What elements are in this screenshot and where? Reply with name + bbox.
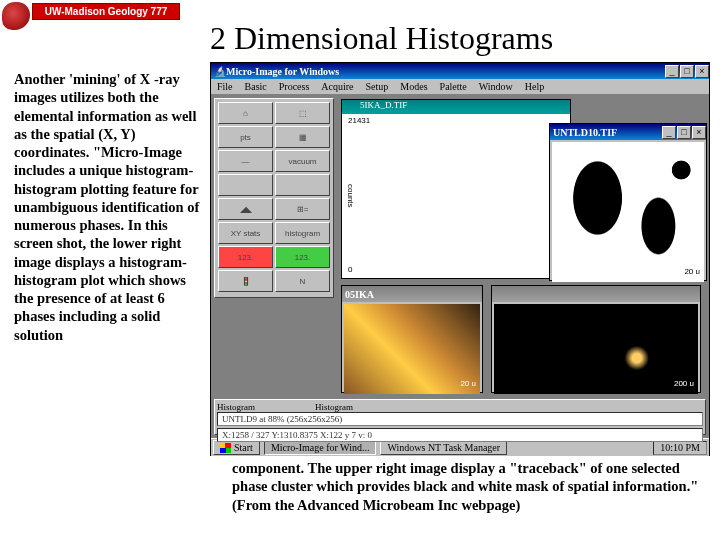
slide-title: 2 Dimensional Histograms: [210, 20, 553, 57]
histogram-window[interactable]: 5IKA_D.TIF 21431 counts 0 20 u: [341, 99, 571, 279]
menu-acquire[interactable]: Acquire: [321, 81, 353, 92]
tool-btn-14[interactable]: 🚦: [218, 270, 273, 292]
start-label: Start: [234, 442, 253, 453]
taskbar-item-1-label: Micro-Image for Wind...: [271, 442, 370, 453]
taskbar-item-microimage[interactable]: Micro-Image for Wind...: [264, 440, 377, 455]
start-button[interactable]: Start: [213, 440, 260, 455]
menu-file[interactable]: File: [217, 81, 233, 92]
xray-map-image: 20 u: [344, 304, 480, 394]
hist-yaxis-max: 21431: [348, 116, 370, 125]
status-line-2: X:1258 / 327 Y:1310.8375 X:122 y 7 v: 0: [217, 428, 703, 442]
taskbar-item-2-label: Windows NT Task Manager: [387, 442, 500, 453]
hist-hist-titlebar[interactable]: [492, 286, 700, 302]
menu-palette[interactable]: Palette: [440, 81, 467, 92]
tool-btn-3[interactable]: ▦: [275, 126, 330, 148]
tool-btn-11[interactable]: histogram: [275, 222, 330, 244]
left-body-text: Another 'mining' of X -ray images utiliz…: [14, 70, 202, 344]
tool-btn-1[interactable]: ⬚: [275, 102, 330, 124]
tool-btn-13[interactable]: 123.: [275, 246, 330, 268]
histogram-titlebar[interactable]: 5IKA_D.TIF: [342, 100, 570, 114]
traceback-scale: 20 u: [684, 267, 700, 276]
status-line-1: UNTLD9 at 88% (256x256x256): [217, 412, 703, 426]
tool-btn-8[interactable]: ◢◣: [218, 198, 273, 220]
traceback-titlebar[interactable]: UNTLD10.TIF _ □ ×: [550, 124, 706, 140]
menu-process[interactable]: Process: [279, 81, 310, 92]
max-icon[interactable]: □: [677, 126, 691, 139]
tool-btn-9[interactable]: ⊞=: [275, 198, 330, 220]
close-button[interactable]: ×: [695, 65, 709, 78]
tool-btn-10[interactable]: XY stats: [218, 222, 273, 244]
status-panel: Histogram Histogram UNTLD9 at 88% (256x2…: [214, 399, 706, 435]
hist-hist-image: 200 u: [494, 304, 698, 394]
app-window-icon: 🔬: [214, 66, 226, 77]
app-title: Micro-Image for Windows: [226, 66, 339, 77]
traceback-title: UNTLD10.TIF: [553, 127, 617, 138]
tool-btn-7[interactable]: [275, 174, 330, 196]
hist-yaxis-min: 0: [348, 265, 352, 274]
app-titlebar[interactable]: 🔬 Micro-Image for Windows _ □ ×: [211, 63, 709, 79]
tool-btn-0[interactable]: ⌂: [218, 102, 273, 124]
histogram-title: 5IKA_D.TIF: [360, 100, 407, 110]
maximize-button[interactable]: □: [680, 65, 694, 78]
menu-window[interactable]: Window: [479, 81, 513, 92]
menu-help[interactable]: Help: [525, 81, 544, 92]
course-banner: UW-Madison Geology 777: [32, 3, 180, 20]
tool-btn-2[interactable]: pts: [218, 126, 273, 148]
tool-btn-15[interactable]: N: [275, 270, 330, 292]
xray-map-titlebar[interactable]: 05IKA: [342, 286, 482, 302]
menu-bar: File Basic Process Acquire Setup Modes P…: [211, 79, 709, 95]
traceback-window[interactable]: UNTLD10.TIF _ □ × 20 u: [549, 123, 707, 281]
tool-btn-4[interactable]: —: [218, 150, 273, 172]
mdi-workspace: ⌂ ⬚ pts ▦ — vacuum ◢◣ ⊞= XY stats histog…: [211, 95, 709, 438]
menu-basic[interactable]: Basic: [245, 81, 267, 92]
tool-btn-6[interactable]: [218, 174, 273, 196]
taskbar-item-taskmgr[interactable]: Windows NT Task Manager: [380, 440, 507, 455]
xray-map-title: 05IKA: [345, 289, 374, 300]
traceback-image: 20 u: [552, 142, 704, 282]
tool-btn-12[interactable]: 123.: [218, 246, 273, 268]
windows-logo-icon: [220, 443, 231, 453]
taskbar-clock[interactable]: 10:10 PM: [653, 441, 707, 455]
tool-palette: ⌂ ⬚ pts ▦ — vacuum ◢◣ ⊞= XY stats histog…: [214, 98, 334, 298]
hist-hist-scale: 200 u: [674, 379, 694, 388]
tool-btn-5[interactable]: vacuum: [275, 150, 330, 172]
min-icon[interactable]: _: [662, 126, 676, 139]
menu-modes[interactable]: Modes: [400, 81, 427, 92]
histogram-plot: 21431 counts 0 20 u: [342, 114, 570, 276]
status-label-left: Histogram: [217, 402, 255, 412]
minimize-button[interactable]: _: [665, 65, 679, 78]
xray-map-scale: 20 u: [460, 379, 476, 388]
app-window: 🔬 Micro-Image for Windows _ □ × File Bas…: [210, 62, 710, 456]
mascot-icon: [2, 2, 30, 30]
close-icon[interactable]: ×: [692, 126, 706, 139]
bottom-body-text: component. The upper right image display…: [232, 459, 707, 514]
hist-ylabel: counts: [346, 184, 355, 208]
menu-setup[interactable]: Setup: [366, 81, 389, 92]
hist-hist-window[interactable]: 200 u: [491, 285, 701, 393]
xray-map-window[interactable]: 05IKA 20 u: [341, 285, 483, 393]
status-label-right: Histogram: [315, 402, 353, 412]
